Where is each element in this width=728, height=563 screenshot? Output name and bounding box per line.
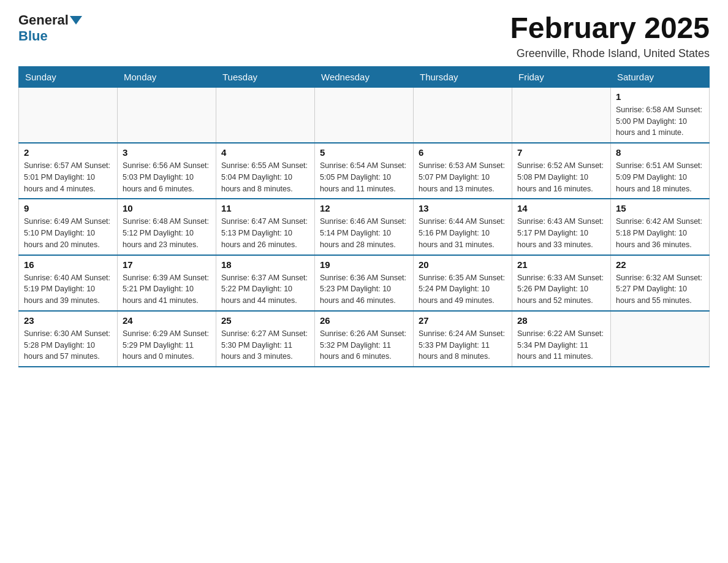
day-number: 9: [24, 203, 112, 213]
day-info: Sunrise: 6:22 AM Sunset: 5:34 PM Dayligh…: [517, 328, 605, 362]
calendar-header: SundayMondayTuesdayWednesdayThursdayFrid…: [19, 66, 710, 87]
day-number: 20: [419, 259, 507, 270]
weekday-header-friday: Friday: [512, 66, 611, 87]
calendar-day-cell: 10Sunrise: 6:48 AM Sunset: 5:12 PM Dayli…: [118, 199, 216, 255]
day-number: 8: [616, 147, 704, 158]
calendar-day-cell: 12Sunrise: 6:46 AM Sunset: 5:14 PM Dayli…: [315, 199, 414, 255]
calendar-week-row: 2Sunrise: 6:57 AM Sunset: 5:01 PM Daylig…: [19, 143, 710, 199]
calendar-day-cell: 9Sunrise: 6:49 AM Sunset: 5:10 PM Daylig…: [19, 199, 118, 255]
calendar-day-cell: 22Sunrise: 6:32 AM Sunset: 5:27 PM Dayli…: [611, 255, 710, 311]
day-info: Sunrise: 6:33 AM Sunset: 5:26 PM Dayligh…: [517, 272, 605, 307]
day-number: 14: [517, 203, 605, 213]
day-info: Sunrise: 6:24 AM Sunset: 5:33 PM Dayligh…: [419, 328, 507, 362]
page-header: General Blue February 2025 Greenville, R…: [18, 12, 710, 60]
day-number: 6: [419, 147, 507, 158]
day-info: Sunrise: 6:37 AM Sunset: 5:22 PM Dayligh…: [221, 272, 309, 307]
weekday-header-thursday: Thursday: [414, 66, 512, 87]
day-number: 10: [123, 203, 211, 213]
day-info: Sunrise: 6:58 AM Sunset: 5:00 PM Dayligh…: [616, 104, 704, 139]
calendar-day-cell: [216, 87, 315, 143]
calendar-week-row: 9Sunrise: 6:49 AM Sunset: 5:10 PM Daylig…: [19, 199, 710, 255]
calendar-day-cell: 11Sunrise: 6:47 AM Sunset: 5:13 PM Dayli…: [216, 199, 315, 255]
day-info: Sunrise: 6:27 AM Sunset: 5:30 PM Dayligh…: [221, 328, 309, 362]
day-info: Sunrise: 6:30 AM Sunset: 5:28 PM Dayligh…: [24, 328, 112, 362]
calendar-day-cell: 20Sunrise: 6:35 AM Sunset: 5:24 PM Dayli…: [414, 255, 512, 311]
logo: General Blue: [18, 12, 83, 44]
logo-general-text: General: [18, 12, 69, 28]
calendar-day-cell: 16Sunrise: 6:40 AM Sunset: 5:19 PM Dayli…: [19, 255, 118, 311]
calendar-week-row: 1Sunrise: 6:58 AM Sunset: 5:00 PM Daylig…: [19, 87, 710, 143]
weekday-header-monday: Monday: [118, 66, 216, 87]
day-info: Sunrise: 6:44 AM Sunset: 5:16 PM Dayligh…: [419, 216, 507, 250]
day-info: Sunrise: 6:48 AM Sunset: 5:12 PM Dayligh…: [123, 216, 211, 250]
calendar-day-cell: 27Sunrise: 6:24 AM Sunset: 5:33 PM Dayli…: [414, 311, 512, 367]
calendar-day-cell: 4Sunrise: 6:55 AM Sunset: 5:04 PM Daylig…: [216, 143, 315, 199]
calendar-body: 1Sunrise: 6:58 AM Sunset: 5:00 PM Daylig…: [19, 87, 710, 367]
day-info: Sunrise: 6:35 AM Sunset: 5:24 PM Dayligh…: [419, 272, 507, 307]
day-number: 22: [616, 259, 704, 270]
calendar-day-cell: 28Sunrise: 6:22 AM Sunset: 5:34 PM Dayli…: [512, 311, 611, 367]
weekday-header-row: SundayMondayTuesdayWednesdayThursdayFrid…: [19, 66, 710, 87]
weekday-header-sunday: Sunday: [19, 66, 118, 87]
calendar-week-row: 23Sunrise: 6:30 AM Sunset: 5:28 PM Dayli…: [19, 311, 710, 367]
calendar-day-cell: 19Sunrise: 6:36 AM Sunset: 5:23 PM Dayli…: [315, 255, 414, 311]
day-info: Sunrise: 6:56 AM Sunset: 5:03 PM Dayligh…: [123, 160, 211, 194]
weekday-header-saturday: Saturday: [611, 66, 710, 87]
calendar-day-cell: [118, 87, 216, 143]
day-number: 3: [123, 147, 211, 158]
day-info: Sunrise: 6:36 AM Sunset: 5:23 PM Dayligh…: [320, 272, 408, 307]
day-number: 7: [517, 147, 605, 158]
day-number: 17: [123, 259, 211, 270]
calendar-day-cell: [512, 87, 611, 143]
calendar-day-cell: 25Sunrise: 6:27 AM Sunset: 5:30 PM Dayli…: [216, 311, 315, 367]
day-number: 27: [419, 315, 507, 326]
logo-triangle-icon: [70, 16, 82, 25]
day-info: Sunrise: 6:49 AM Sunset: 5:10 PM Dayligh…: [24, 216, 112, 250]
day-info: Sunrise: 6:54 AM Sunset: 5:05 PM Dayligh…: [320, 160, 408, 194]
day-number: 2: [24, 147, 112, 158]
day-info: Sunrise: 6:53 AM Sunset: 5:07 PM Dayligh…: [419, 160, 507, 194]
day-number: 16: [24, 259, 112, 270]
calendar-day-cell: 26Sunrise: 6:26 AM Sunset: 5:32 PM Dayli…: [315, 311, 414, 367]
day-info: Sunrise: 6:43 AM Sunset: 5:17 PM Dayligh…: [517, 216, 605, 250]
day-number: 13: [419, 203, 507, 213]
month-title: February 2025: [510, 12, 710, 45]
day-number: 11: [221, 203, 309, 213]
day-number: 21: [517, 259, 605, 270]
day-number: 26: [320, 315, 408, 326]
weekday-header-wednesday: Wednesday: [315, 66, 414, 87]
calendar-day-cell: 21Sunrise: 6:33 AM Sunset: 5:26 PM Dayli…: [512, 255, 611, 311]
calendar-day-cell: [611, 311, 710, 367]
day-info: Sunrise: 6:55 AM Sunset: 5:04 PM Dayligh…: [221, 160, 309, 194]
day-info: Sunrise: 6:57 AM Sunset: 5:01 PM Dayligh…: [24, 160, 112, 194]
day-number: 1: [616, 91, 704, 102]
day-number: 12: [320, 203, 408, 213]
day-info: Sunrise: 6:51 AM Sunset: 5:09 PM Dayligh…: [616, 160, 704, 194]
logo-blue-text: Blue: [18, 28, 48, 44]
title-area: February 2025 Greenville, Rhode Island, …: [510, 12, 710, 60]
calendar-table: SundayMondayTuesdayWednesdayThursdayFrid…: [18, 66, 710, 367]
calendar-day-cell: [414, 87, 512, 143]
day-number: 15: [616, 203, 704, 213]
day-info: Sunrise: 6:47 AM Sunset: 5:13 PM Dayligh…: [221, 216, 309, 250]
day-info: Sunrise: 6:42 AM Sunset: 5:18 PM Dayligh…: [616, 216, 704, 250]
calendar-day-cell: [19, 87, 118, 143]
calendar-day-cell: 18Sunrise: 6:37 AM Sunset: 5:22 PM Dayli…: [216, 255, 315, 311]
day-info: Sunrise: 6:39 AM Sunset: 5:21 PM Dayligh…: [123, 272, 211, 307]
day-info: Sunrise: 6:52 AM Sunset: 5:08 PM Dayligh…: [517, 160, 605, 194]
day-number: 19: [320, 259, 408, 270]
calendar-day-cell: 2Sunrise: 6:57 AM Sunset: 5:01 PM Daylig…: [19, 143, 118, 199]
calendar-day-cell: 6Sunrise: 6:53 AM Sunset: 5:07 PM Daylig…: [414, 143, 512, 199]
day-number: 5: [320, 147, 408, 158]
calendar-day-cell: 13Sunrise: 6:44 AM Sunset: 5:16 PM Dayli…: [414, 199, 512, 255]
calendar-day-cell: 7Sunrise: 6:52 AM Sunset: 5:08 PM Daylig…: [512, 143, 611, 199]
day-info: Sunrise: 6:29 AM Sunset: 5:29 PM Dayligh…: [123, 328, 211, 362]
day-number: 24: [123, 315, 211, 326]
day-number: 4: [221, 147, 309, 158]
day-info: Sunrise: 6:26 AM Sunset: 5:32 PM Dayligh…: [320, 328, 408, 362]
calendar-day-cell: 17Sunrise: 6:39 AM Sunset: 5:21 PM Dayli…: [118, 255, 216, 311]
weekday-header-tuesday: Tuesday: [216, 66, 315, 87]
calendar-day-cell: 14Sunrise: 6:43 AM Sunset: 5:17 PM Dayli…: [512, 199, 611, 255]
calendar-day-cell: [315, 87, 414, 143]
day-number: 18: [221, 259, 309, 270]
